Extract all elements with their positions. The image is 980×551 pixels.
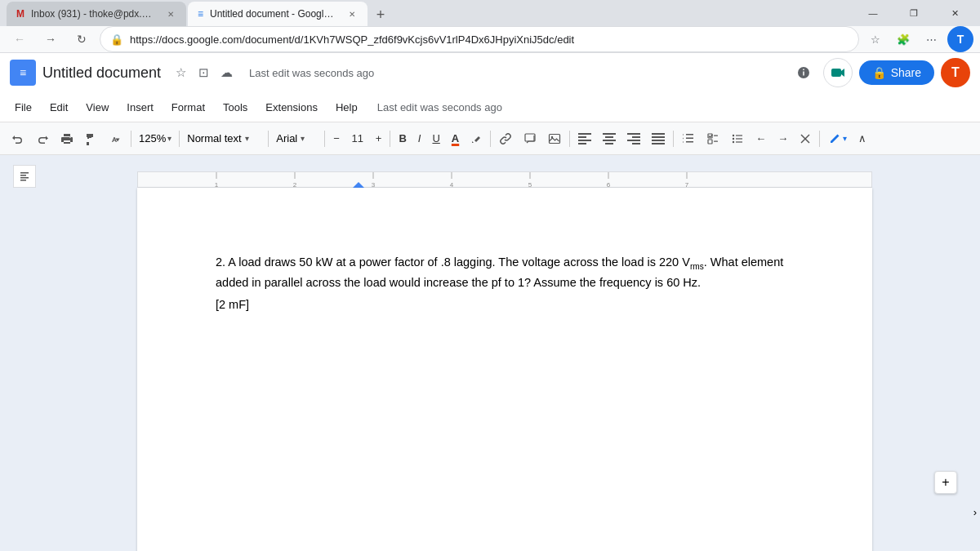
menu-file[interactable]: File: [7, 98, 40, 117]
font-size-inc-button[interactable]: +: [371, 127, 387, 150]
font-select[interactable]: Arial ▾: [272, 128, 321, 149]
toolbar-sep-4: [324, 131, 325, 147]
url-text: https://docs.google.com/document/d/1KVh7…: [130, 33, 849, 46]
docs-title[interactable]: Untitled document: [42, 64, 161, 82]
insert-image-button[interactable]: [543, 127, 566, 150]
gdocs-tab-close[interactable]: ✕: [346, 7, 358, 20]
meet-button[interactable]: [823, 58, 853, 87]
close-button[interactable]: ✕: [936, 0, 973, 26]
toolbar-sep-3: [268, 131, 269, 147]
svg-rect-37: [20, 180, 26, 181]
zoom-value: 125%: [139, 132, 166, 144]
menu-extensions[interactable]: Extensions: [257, 98, 326, 117]
docs-canvas-area[interactable]: 1 2 3 4 5 6 7: [49, 155, 960, 551]
collapse-toolbar-button[interactable]: ∧: [853, 127, 871, 150]
menu-format[interactable]: Format: [163, 98, 213, 117]
forward-button[interactable]: →: [38, 26, 64, 52]
horizontal-ruler: 1 2 3 4 5 6 7: [137, 171, 872, 188]
zoom-in-button[interactable]: +: [934, 471, 957, 494]
menu-insert[interactable]: Insert: [118, 98, 162, 117]
font-size-dec-button[interactable]: −: [328, 127, 345, 150]
toolbar-sep-7: [569, 131, 570, 147]
svg-rect-25: [714, 140, 718, 141]
add-tab-button[interactable]: +: [369, 3, 392, 26]
undo-button[interactable]: [7, 127, 29, 150]
share-button[interactable]: 🔒 Share: [859, 60, 934, 85]
star-icon[interactable]: ☆: [171, 63, 190, 82]
redo-button[interactable]: [31, 127, 54, 150]
svg-rect-31: [736, 141, 742, 142]
indent-dec-button[interactable]: ←: [751, 127, 771, 150]
italic-button[interactable]: I: [413, 127, 426, 150]
font-value: Arial: [276, 132, 297, 144]
align-justify-button[interactable]: [647, 127, 670, 150]
align-left-button[interactable]: [573, 127, 596, 150]
underline-button[interactable]: U: [427, 127, 444, 150]
line-spacing-button[interactable]: [677, 127, 700, 150]
style-chevron: ▾: [245, 134, 249, 143]
menu-view[interactable]: View: [78, 98, 117, 117]
gmail-tab-close[interactable]: ✕: [166, 7, 176, 20]
minimize-button[interactable]: —: [854, 0, 892, 26]
svg-rect-15: [632, 136, 640, 138]
toolbar-sep-9: [819, 131, 820, 147]
back-button[interactable]: ←: [7, 26, 33, 52]
text-color-button[interactable]: A: [447, 127, 464, 150]
spell-check-button[interactable]: [105, 127, 127, 150]
document-page[interactable]: 2. A load draws 50 kW at a power factor …: [137, 188, 872, 551]
docs-header-right: 🔒 Share T: [791, 58, 970, 87]
extension-icon[interactable]: 🧩: [892, 28, 915, 51]
lock-icon: 🔒: [110, 33, 123, 46]
highlight-button[interactable]: [466, 127, 487, 150]
svg-rect-24: [714, 135, 718, 136]
svg-point-28: [733, 137, 734, 139]
scroll-right-arrow[interactable]: ›: [973, 506, 977, 518]
bullet-list-button[interactable]: [726, 127, 749, 150]
paint-format-button[interactable]: [80, 127, 103, 150]
zoom-select[interactable]: 125% ▾: [135, 128, 176, 149]
insert-comment-button[interactable]: [519, 127, 541, 150]
paragraph-style-select[interactable]: Normal text ▾: [183, 128, 265, 149]
gmail-tab-icon: M: [16, 8, 24, 20]
bold-button[interactable]: B: [394, 127, 411, 150]
menu-tools[interactable]: Tools: [215, 98, 256, 117]
docs-profile-avatar[interactable]: T: [941, 58, 970, 87]
print-button[interactable]: [56, 127, 78, 150]
share-lock-icon: 🔒: [872, 66, 886, 79]
toolbar-sep-5: [390, 131, 390, 147]
maximize-button[interactable]: ❐: [895, 0, 933, 26]
link-button[interactable]: [494, 127, 517, 150]
docs-app: ≡ Untitled document ☆ ⊡ ☁ Last edit was …: [0, 53, 980, 551]
svg-rect-18: [652, 133, 665, 135]
docs-header: ≡ Untitled document ☆ ⊡ ☁ Last edit was …: [0, 53, 980, 122]
edit-pen-button[interactable]: ▾: [823, 127, 852, 150]
address-bar[interactable]: 🔒 https://docs.google.com/document/d/1KV…: [100, 26, 859, 52]
document-outline-button[interactable]: [13, 165, 36, 188]
activity-icon[interactable]: [791, 60, 817, 86]
tab-gmail[interactable]: M Inbox (931) - thoke@pdx.edu - P... ✕: [7, 2, 186, 26]
checklist-button[interactable]: [702, 127, 724, 150]
docs-logo-icon: ≡: [20, 66, 26, 79]
svg-point-30: [733, 140, 734, 142]
indent-inc-button[interactable]: →: [773, 127, 793, 150]
cloud-icon[interactable]: ☁: [216, 63, 236, 82]
font-size-input[interactable]: 11: [346, 127, 369, 150]
svg-point-26: [733, 134, 734, 136]
svg-rect-6: [578, 133, 591, 135]
reload-button[interactable]: ↻: [69, 26, 95, 52]
menu-help[interactable]: Help: [327, 98, 366, 117]
more-options-icon[interactable]: ⋯: [920, 28, 942, 51]
align-center-button[interactable]: [598, 127, 621, 150]
clear-format-button[interactable]: [795, 127, 816, 150]
bookmark-icon[interactable]: ☆: [864, 28, 887, 51]
svg-rect-14: [627, 133, 640, 135]
svg-rect-35: [20, 175, 26, 176]
text-color-label: A: [452, 132, 459, 144]
menu-edit[interactable]: Edit: [42, 98, 76, 117]
docs-toolbar: 125% ▾ Normal text ▾ Arial ▾ − 11 + B I: [0, 122, 980, 155]
align-right-button[interactable]: [622, 127, 645, 150]
tab-gdocs[interactable]: ≡ Untitled document - Google Do... ✕: [188, 2, 368, 26]
move-icon[interactable]: ⊡: [194, 63, 213, 82]
gmail-tab-label: Inbox (931) - thoke@pdx.edu - P...: [31, 8, 156, 20]
browser-profile[interactable]: T: [947, 26, 973, 52]
